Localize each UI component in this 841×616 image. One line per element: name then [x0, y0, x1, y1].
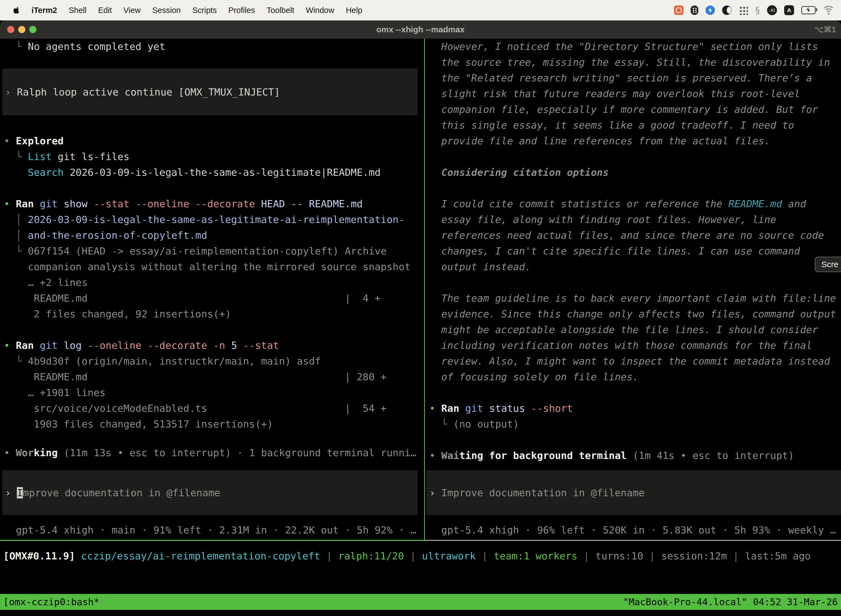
terminal-line: slight risk that future readers may over…: [429, 86, 800, 101]
terminal-line: evidence. Since this change only affects…: [429, 306, 836, 322]
terminal-line: the "Related research writing" section i…: [429, 70, 812, 86]
terminal-line: │ and-the-erosion-of-copyleft.md: [4, 227, 207, 243]
terminal-line: of focusing solely on file lines.: [429, 369, 639, 385]
terminal-line: Considering citation options: [429, 164, 609, 180]
terminal-line: changes, I can't cite specific file line…: [429, 243, 800, 259]
apple-menu-icon[interactable]: [13, 6, 20, 15]
tmux-session-label[interactable]: [omx-cczip0:bash*: [3, 596, 99, 607]
terminal-content: └ No agents completed yet• Explored └ Li…: [0, 39, 841, 616]
shield-icon[interactable]: [691, 6, 698, 15]
terminal-line: • Ran git status --short: [429, 400, 573, 416]
messenger-icon[interactable]: [706, 6, 715, 15]
menu-shell[interactable]: Shell: [69, 6, 86, 15]
terminal-line: this single essay, it seems like a good …: [429, 117, 794, 133]
omx-status-line: [OMX#0.11.9] cczip/essay/ai-reimplementa…: [3, 548, 840, 564]
iterm2-window: omx --xhigh --madmax ⌥⌘1 └ No agents com…: [0, 21, 841, 616]
right-session-stats: gpt-5.4 xhigh · 96% left · 520K in · 5.8…: [429, 522, 841, 538]
tmux-status-bar: [omx-cczip0:bash* "MacBook-Pro-44.local"…: [0, 594, 841, 610]
squiggle-icon[interactable]: [755, 6, 760, 15]
terminal-line: │ 2026-03-09-is-legal-the-same-as-legiti…: [4, 212, 404, 227]
screen-pill[interactable]: Scre: [815, 257, 841, 272]
terminal-line: output instead.: [429, 259, 531, 274]
terminal-line: However, I noticed the "Directory Struct…: [429, 39, 818, 54]
active-pane-border: [0, 540, 425, 541]
terminal-line: essay file, along with finding root file…: [429, 212, 776, 227]
left-session-stats: gpt-5.4 xhigh · main · 91% left · 2.31M …: [4, 522, 424, 538]
tmux-host-clock: "MacBook-Pro-44.local" 04:52 31-Mar-26: [623, 596, 838, 607]
omx-line: [OMX#0.11.9] cczip/essay/ai-reimplementa…: [3, 548, 811, 564]
menubar-items: iTerm2ShellEditViewSessionScriptsProfile…: [31, 6, 362, 15]
screen-record-icon[interactable]: [674, 6, 683, 15]
prompt-line: › Improve documentation in @filename: [5, 485, 220, 501]
stats-line: gpt-5.4 xhigh · main · 91% left · 2.31M …: [4, 522, 417, 538]
right-pane-transcript: However, I noticed the "Directory Struct…: [429, 39, 841, 469]
badge-61-icon[interactable]: ..61: [767, 5, 777, 15]
inactive-pane-border: [425, 540, 841, 541]
menubar-status-tray: ..61 A: [674, 5, 841, 15]
terminal-line: 1903 files changed, 513517 insertions(+): [4, 416, 273, 432]
menu-profiles[interactable]: Profiles: [229, 6, 255, 15]
pie-chart-icon[interactable]: [722, 6, 731, 15]
terminal-line: └ (no output): [429, 416, 519, 432]
terminal-line: Search 2026-03-09-is-legal-the-same-as-l…: [4, 164, 381, 180]
terminal-line: provide file and line references from th…: [429, 133, 770, 149]
macos-menubar: iTerm2ShellEditViewSessionScriptsProfile…: [0, 0, 841, 21]
terminal-line: might be acceptable alongside the file l…: [429, 322, 818, 337]
terminal-line: companion file, especially if more comme…: [429, 101, 818, 117]
tmux-pane-divider[interactable]: [424, 39, 425, 540]
terminal-line: └ 067f154 (HEAD -> essay/ai-reimplementa…: [4, 243, 387, 259]
terminal-line: src/voice/voiceModeEnabled.ts| 54 +: [4, 400, 207, 416]
menu-view[interactable]: View: [123, 6, 141, 15]
terminal-line: README.md| 4 +: [4, 290, 88, 306]
terminal-line: • Ran git show --stat --oneline --decora…: [4, 196, 363, 212]
terminal-line: companion analysis without altering the …: [4, 259, 410, 274]
window-title: omx --xhigh --madmax: [0, 21, 841, 39]
terminal-line: • Waiting for background terminal (1m 41…: [429, 448, 794, 463]
stats-line: gpt-5.4 xhigh · 96% left · 520K in · 5.8…: [429, 522, 836, 538]
inject-line: › Ralph loop active continue [OMX_TMUX_I…: [5, 84, 280, 100]
terminal-line: └ 4b9d30f (origin/main, instructkr/main,…: [4, 353, 321, 369]
menu-scripts[interactable]: Scripts: [192, 6, 217, 15]
menu-help[interactable]: Help: [346, 6, 362, 15]
terminal-line: review. Also, I might want to inspect th…: [429, 353, 830, 369]
prompt-line: › Improve documentation in @filename: [429, 485, 645, 501]
terminal-line: … +1901 lines: [4, 385, 105, 400]
terminal-line: I could cite commit statistics or refere…: [429, 196, 806, 212]
ralph-loop-banner: › Ralph loop active continue [OMX_TMUX_I…: [2, 69, 418, 115]
terminal-line: └ No agents completed yet: [4, 39, 165, 54]
menu-window[interactable]: Window: [306, 6, 334, 15]
left-working-status: • Working (11m 13s • esc to interrupt) ·…: [4, 445, 424, 461]
dots-grid-icon[interactable]: [738, 6, 748, 15]
wifi-icon[interactable]: [823, 6, 834, 15]
terminal-line: • Explored: [4, 133, 64, 149]
terminal-line: 2 files changed, 92 insertions(+): [4, 306, 231, 322]
menu-toolbelt[interactable]: Toolbelt: [267, 6, 294, 15]
screen-pill-label: Scre: [821, 260, 838, 269]
terminal-line: README.md| 280 +: [4, 369, 88, 385]
keyboard-a-icon[interactable]: A: [784, 5, 794, 15]
menu-edit[interactable]: Edit: [98, 6, 112, 15]
window-titlebar[interactable]: omx --xhigh --madmax ⌥⌘1: [0, 21, 841, 39]
left-prompt-input[interactable]: › Improve documentation in @filename: [2, 470, 418, 515]
menu-session[interactable]: Session: [152, 6, 181, 15]
terminal-line: the source tree, missing the essay. Stil…: [429, 54, 830, 70]
terminal-line: including verification notes with those …: [429, 337, 812, 353]
terminal-line: references need actual files, and since …: [429, 227, 824, 243]
battery-icon[interactable]: [801, 6, 816, 14]
terminal-line: • Ran git log --oneline --decorate -n 5 …: [4, 337, 279, 353]
right-prompt-input[interactable]: › Improve documentation in @filename: [426, 470, 841, 515]
working-line: • Working (11m 13s • esc to interrupt) ·…: [4, 445, 417, 461]
terminal-line: The team guideline is to back every impo…: [429, 290, 836, 306]
terminal-line: └ List git ls-files: [4, 149, 129, 164]
terminal-line: … +2 lines: [4, 274, 88, 290]
window-shortcut-badge: ⌥⌘1: [814, 21, 836, 39]
menu-iterm2[interactable]: iTerm2: [31, 6, 57, 15]
